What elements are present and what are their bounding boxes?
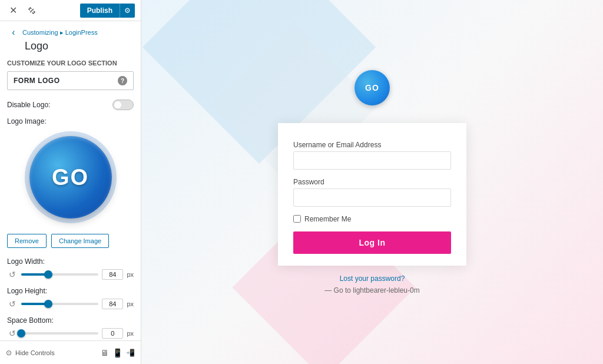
left-panel: ✕ Publish ⚙ ‹ Customizing ▸ LoginPress L… <box>0 0 141 364</box>
space-bottom-reset-icon[interactable]: ↺ <box>7 328 18 339</box>
login-card: Username or Email Address Password Remem… <box>278 123 466 266</box>
breadcrumb-customizing: Customizing ▸ <box>22 29 64 36</box>
breadcrumb-parent[interactable]: LoginPress <box>65 29 98 36</box>
logo-image-label: Logo Image: <box>7 117 134 125</box>
breadcrumb-row: ‹ Customizing ▸ LoginPress <box>7 26 134 39</box>
username-input[interactable] <box>293 151 451 170</box>
space-bottom-value[interactable] <box>102 328 123 339</box>
logo-width-value[interactable] <box>102 269 123 280</box>
logo-height-unit: px <box>127 300 134 307</box>
logo-height-value[interactable] <box>102 299 123 309</box>
breadcrumb: Customizing ▸ LoginPress <box>22 29 98 37</box>
space-bottom-control: ↺ px <box>7 328 134 339</box>
form-logo-label: FORM LOGO <box>14 77 60 85</box>
link-icon-button[interactable] <box>25 4 39 18</box>
lost-password-link[interactable]: Lost your password? <box>340 274 405 283</box>
logo-height-reset-icon[interactable]: ↺ <box>7 299 18 309</box>
logo-height-control: ↺ px <box>7 299 134 309</box>
mobile-icon[interactable]: 📲 <box>126 348 135 358</box>
login-logo-area: GO <box>354 70 390 105</box>
hide-controls-label: Hide Controls <box>15 349 55 356</box>
logo-height-label: Logo Height: <box>7 287 134 295</box>
logo-height-row: Logo Height: ↺ px <box>0 284 141 314</box>
password-field-group: Password <box>293 178 451 207</box>
disable-logo-toggle[interactable] <box>112 100 134 110</box>
logo-preview: GO <box>24 130 118 224</box>
remember-checkbox[interactable] <box>293 215 301 223</box>
right-panel: GO Username or Email Address Password Re… <box>141 0 603 364</box>
disable-logo-row: Disable Logo: <box>0 96 141 114</box>
password-input[interactable] <box>293 188 451 207</box>
space-bottom-label: Space Bottom: <box>7 316 134 325</box>
device-icons: 🖥 📱 📲 <box>101 348 135 358</box>
breadcrumb-section: ‹ Customizing ▸ LoginPress Logo <box>0 21 141 54</box>
section-title: Logo <box>7 40 134 52</box>
lost-password-row: Lost your password? <box>340 274 405 283</box>
space-bottom-row: Space Bottom: ↺ px <box>0 314 141 343</box>
remove-button[interactable]: Remove <box>7 234 47 248</box>
username-label: Username or Email Address <box>293 141 451 149</box>
space-bottom-unit: px <box>127 330 134 337</box>
remember-row: Remember Me <box>293 215 451 223</box>
login-button[interactable]: Log In <box>293 231 451 254</box>
go-logo-text: GO <box>52 165 89 190</box>
bottom-bar: ⊙ Hide Controls 🖥 📱 📲 <box>0 340 141 364</box>
go-logo-circle: GO <box>29 136 112 219</box>
back-button[interactable]: ‹ <box>7 26 20 39</box>
close-button[interactable]: ✕ <box>6 4 20 18</box>
tablet-icon[interactable]: 📱 <box>112 348 122 358</box>
action-buttons: Remove Change Image <box>0 230 141 255</box>
logo-width-unit: px <box>127 271 134 278</box>
publish-group: Publish ⚙ <box>80 4 135 18</box>
help-icon[interactable]: ? <box>118 76 127 85</box>
hide-controls-button[interactable]: ⊙ Hide Controls <box>6 349 55 357</box>
change-image-button[interactable]: Change Image <box>51 234 109 248</box>
logo-width-row: Logo Width: ↺ px <box>0 255 141 284</box>
disable-logo-label: Disable Logo: <box>7 101 50 109</box>
login-go-circle: GO <box>354 70 390 105</box>
publish-gear-button[interactable]: ⚙ <box>120 4 135 18</box>
preview-container: GO Username or Email Address Password Re… <box>278 70 466 294</box>
logo-width-slider[interactable] <box>21 273 98 276</box>
top-bar: ✕ Publish ⚙ <box>0 0 141 21</box>
publish-button[interactable]: Publish <box>80 4 120 18</box>
form-logo-box: FORM LOGO ? <box>7 71 134 90</box>
logo-width-label: Logo Width: <box>7 257 134 266</box>
username-field-group: Username or Email Address <box>293 141 451 170</box>
desktop-icon[interactable]: 🖥 <box>101 348 109 358</box>
remember-label: Remember Me <box>304 215 351 223</box>
space-bottom-slider[interactable] <box>21 332 98 335</box>
panel-content: Customize Your Logo Section FORM LOGO ? … <box>0 54 141 364</box>
top-bar-left: ✕ <box>6 4 39 18</box>
logo-width-control: ↺ px <box>7 269 134 280</box>
logo-width-reset-icon[interactable]: ↺ <box>7 269 18 280</box>
monitor-icon: ⊙ <box>6 349 12 357</box>
login-go-text: GO <box>365 83 379 92</box>
logo-height-slider[interactable] <box>21 303 98 305</box>
logo-image-section: Logo Image: GO <box>0 114 141 230</box>
customize-label: Customize Your Logo Section <box>0 54 141 71</box>
password-label: Password <box>293 178 451 186</box>
go-to-site: — Go to lightbearer-lebleu-0m <box>324 286 419 294</box>
